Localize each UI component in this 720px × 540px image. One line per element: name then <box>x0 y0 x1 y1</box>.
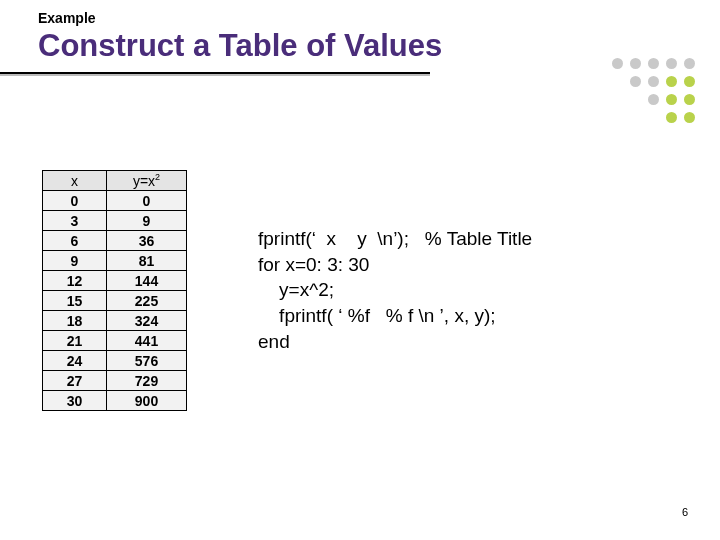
code-line: end <box>258 331 290 352</box>
col-header-x: x <box>43 171 107 191</box>
cell-y: 324 <box>107 311 187 331</box>
table-row: 30900 <box>43 391 187 411</box>
table-row: 00 <box>43 191 187 211</box>
cell-x: 21 <box>43 331 107 351</box>
cell-y: 81 <box>107 251 187 271</box>
table-row: 18324 <box>43 311 187 331</box>
slide-kicker: Example <box>38 10 96 26</box>
table-header-row: x y=x2 <box>43 171 187 191</box>
table-row: 981 <box>43 251 187 271</box>
cell-x: 6 <box>43 231 107 251</box>
table-row: 21441 <box>43 331 187 351</box>
cell-x: 15 <box>43 291 107 311</box>
col-header-y: y=x2 <box>107 171 187 191</box>
cell-y: 36 <box>107 231 187 251</box>
code-line: y=x^2; <box>258 279 334 300</box>
cell-x: 12 <box>43 271 107 291</box>
cell-y: 144 <box>107 271 187 291</box>
values-table: x y=x2 003963698112144152251832421441245… <box>42 170 187 411</box>
cell-y: 576 <box>107 351 187 371</box>
table-row: 27729 <box>43 371 187 391</box>
cell-y: 0 <box>107 191 187 211</box>
table-row: 15225 <box>43 291 187 311</box>
page-number: 6 <box>682 506 688 518</box>
cell-x: 0 <box>43 191 107 211</box>
cell-y: 9 <box>107 211 187 231</box>
title-underline-shadow <box>0 74 430 76</box>
cell-y: 900 <box>107 391 187 411</box>
cell-x: 24 <box>43 351 107 371</box>
cell-y: 729 <box>107 371 187 391</box>
slide-title: Construct a Table of Values <box>38 28 442 64</box>
code-line: fprintf( ‘ %f % f \n ’, x, y); <box>258 305 496 326</box>
cell-x: 3 <box>43 211 107 231</box>
cell-x: 30 <box>43 391 107 411</box>
cell-y: 225 <box>107 291 187 311</box>
code-snippet: fprintf(‘ x y \n’); % Table Title for x=… <box>258 226 532 354</box>
table-row: 24576 <box>43 351 187 371</box>
cell-x: 9 <box>43 251 107 271</box>
decorative-dots <box>612 58 698 126</box>
cell-x: 18 <box>43 311 107 331</box>
table-row: 39 <box>43 211 187 231</box>
table-row: 12144 <box>43 271 187 291</box>
table-row: 636 <box>43 231 187 251</box>
cell-x: 27 <box>43 371 107 391</box>
cell-y: 441 <box>107 331 187 351</box>
code-line: fprintf(‘ x y \n’); % Table Title <box>258 228 532 249</box>
code-line: for x=0: 3: 30 <box>258 254 369 275</box>
